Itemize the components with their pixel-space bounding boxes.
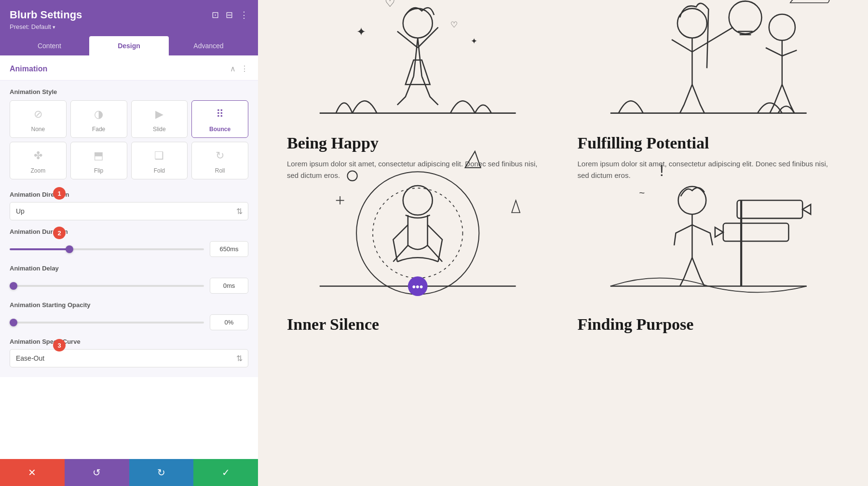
section-header: Animation ∧ ⋮ [0, 55, 258, 80]
anim-style-bounce[interactable]: ⠿ Bounce [191, 100, 248, 138]
columns-icon[interactable]: ⊟ [226, 10, 233, 20]
blurb-grid: ♡ ♡ ♡ ✦ ✦ Being Happy Lorem ipsum dolor … [287, 19, 839, 339]
preset-label[interactable]: Preset: Default [10, 23, 248, 30]
bounce-icon: ⠿ [211, 106, 229, 123]
animation-section-content: Animation Style ⊘ None ◑ Fade ▶ Slide ⠿ [0, 80, 258, 377]
svg-point-15 [373, 188, 462, 278]
delay-slider-wrapper [10, 285, 204, 287]
svg-point-18 [347, 171, 357, 181]
svg-point-14 [356, 172, 479, 294]
svg-marker-17 [465, 151, 481, 168]
svg-marker-19 [512, 201, 520, 213]
step-badge-1: 1 [53, 187, 66, 200]
roll-icon: ↻ [211, 147, 229, 164]
anim-roll-label: Roll [215, 167, 225, 174]
anim-style-slide[interactable]: ▶ Slide [131, 100, 188, 138]
more-icon[interactable]: ⋮ [240, 10, 248, 20]
anim-style-flip[interactable]: ⬒ Flip [70, 142, 127, 179]
section-more-icon[interactable]: ⋮ [241, 64, 248, 73]
speed-curve-label: Animation Speed Curve [10, 330, 248, 349]
svg-rect-25 [723, 223, 788, 241]
blurb-illustration-2 [578, 19, 840, 125]
tab-advanced[interactable]: Advanced [169, 36, 248, 55]
speed-curve-select-wrapper: Ease-Out Ease-In Ease-In-Out Linear [10, 349, 248, 367]
opacity-row [10, 314, 248, 330]
anim-bounce-label: Bounce [209, 126, 231, 133]
delay-slider[interactable] [10, 285, 204, 287]
zoom-icon: ✤ [29, 147, 47, 164]
anim-flip-label: Flip [94, 167, 103, 174]
svg-text:♡: ♡ [450, 20, 458, 29]
duration-row [10, 241, 248, 257]
anim-none-label: None [31, 126, 45, 133]
delay-row [10, 278, 248, 294]
collapse-icon[interactable]: ∧ [230, 64, 236, 73]
svg-rect-24 [737, 201, 802, 218]
duration-value-input[interactable] [210, 241, 248, 257]
step-badge-2: 2 [53, 227, 66, 239]
blurb-item-3: ••• Inner Silence [287, 201, 549, 339]
animation-style-label: Animation Style [10, 81, 248, 100]
delay-value-input[interactable] [210, 278, 248, 294]
opacity-value-input[interactable] [210, 314, 248, 330]
duration-slider[interactable] [10, 248, 204, 250]
anim-zoom-label: Zoom [31, 167, 46, 174]
duration-label: Animation Duration [10, 220, 248, 239]
blurb-title-4: Finding Purpose [578, 315, 694, 334]
panel-footer: ✕ ↺ ↻ ✓ [0, 459, 258, 486]
opacity-slider[interactable] [10, 322, 204, 324]
undo-button[interactable]: ↺ [65, 459, 129, 486]
blurb-title-3: Inner Silence [287, 315, 379, 334]
svg-text:✦: ✦ [356, 26, 366, 38]
silence-illustration: ••• [287, 127, 549, 307]
anim-style-fold[interactable]: ❑ Fold [131, 142, 188, 179]
fold-icon: ❑ [150, 147, 168, 164]
anim-slide-label: Slide [153, 126, 166, 133]
purpose-illustration: ! ~ [578, 127, 840, 307]
delay-label: Animation Delay [10, 257, 248, 276]
slide-icon: ▶ [150, 106, 168, 123]
svg-point-11 [769, 14, 795, 40]
redo-button[interactable]: ↻ [129, 459, 194, 486]
anim-style-none[interactable]: ⊘ None [10, 100, 67, 138]
section-header-icons: ∧ ⋮ [230, 64, 248, 73]
anim-style-roll[interactable]: ↻ Roll [191, 142, 248, 179]
potential-illustration [578, 0, 840, 125]
svg-text:♡: ♡ [385, 0, 395, 9]
panel-header: Blurb Settings ⊡ ⊟ ⋮ Preset: Default Con… [0, 0, 258, 55]
fade-icon: ◑ [90, 106, 108, 123]
svg-text:✦: ✦ [471, 36, 477, 45]
flip-icon: ⬒ [90, 147, 108, 164]
animation-section-title: Animation [10, 65, 47, 73]
panel-tabs: Content Design Advanced [10, 36, 248, 55]
speed-curve-select[interactable]: Ease-Out Ease-In Ease-In-Out Linear [10, 349, 248, 367]
resize-icon[interactable]: ⊡ [212, 10, 219, 20]
opacity-slider-wrapper [10, 322, 204, 324]
svg-point-10 [729, 1, 761, 34]
blurb-illustration-1: ♡ ♡ ♡ ✦ ✦ [287, 19, 549, 125]
svg-text:•••: ••• [412, 281, 423, 293]
duration-slider-wrapper [10, 248, 204, 250]
settings-panel: Blurb Settings ⊡ ⊟ ⋮ Preset: Default Con… [0, 0, 258, 486]
direction-select[interactable]: Up Down Left Right Center [10, 202, 248, 220]
direction-select-wrapper: Up Down Left Right Center [10, 202, 248, 220]
opacity-label: Animation Starting Opacity [10, 294, 248, 312]
blurb-illustration-3: ••• [287, 201, 549, 307]
cancel-button[interactable]: ✕ [0, 459, 65, 486]
anim-fold-label: Fold [154, 167, 165, 174]
anim-style-zoom[interactable]: ✤ Zoom [10, 142, 67, 179]
svg-text:♡: ♡ [442, 0, 451, 0]
panel-header-icons: ⊡ ⊟ ⋮ [212, 10, 248, 20]
save-button[interactable]: ✓ [193, 459, 258, 486]
svg-point-16 [403, 186, 433, 215]
anim-fade-label: Fade [92, 126, 105, 133]
svg-text:~: ~ [639, 188, 645, 198]
anim-style-fade[interactable]: ◑ Fade [70, 100, 127, 138]
animation-style-grid: ⊘ None ◑ Fade ▶ Slide ⠿ Bounce ✤ [10, 100, 248, 179]
tab-design[interactable]: Design [89, 36, 169, 55]
main-content: ♡ ♡ ♡ ✦ ✦ Being Happy Lorem ipsum dolor … [258, 0, 868, 486]
blurb-illustration-4: ! ~ [578, 201, 840, 307]
blurb-item-4: ! ~ Finding Purpose [578, 201, 840, 339]
tab-content[interactable]: Content [10, 36, 89, 55]
direction-label: Animation Direction [10, 183, 248, 202]
